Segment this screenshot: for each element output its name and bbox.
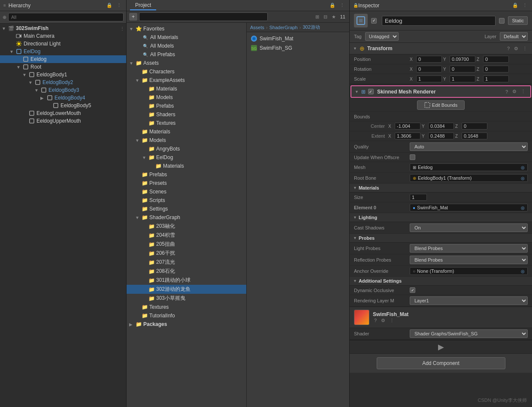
hierarchy-item-dir-light[interactable]: Directional Light	[0, 40, 126, 48]
size-input[interactable]	[410, 194, 427, 201]
reflection-probes-dropdown[interactable]: Blend Probes	[410, 256, 528, 264]
hierarchy-item-body2[interactable]: ▼ EeldogBody2	[0, 78, 126, 86]
hierarchy-item-main-camera[interactable]: Main Camera	[0, 32, 126, 40]
sg-302-folder[interactable]: 📁 302游动的龙鱼	[127, 285, 246, 294]
hierarchy-item-upper-mouth[interactable]: EeldogUpperMouth	[0, 117, 126, 125]
settings-folder[interactable]: 📁 Settings	[127, 205, 246, 213]
edit-bounds-btn[interactable]: Edit Bounds	[417, 100, 465, 110]
assets-folder[interactable]: ▼ 📁 Assets	[127, 59, 246, 67]
rotation-x-input[interactable]	[416, 66, 442, 72]
hierarchy-item-root[interactable]: ▼ Root	[0, 63, 126, 71]
textures-ea-folder[interactable]: 📁 Textures	[127, 119, 246, 127]
anchor-select-icon[interactable]: ◎	[521, 269, 525, 274]
project-add-btn[interactable]: +	[129, 13, 137, 21]
shadergraph-folder[interactable]: ▼ 📁 ShaderGraph	[127, 213, 246, 222]
object-active-checkbox[interactable]	[371, 18, 377, 24]
scenes-folder[interactable]: 📁 Scenes	[127, 187, 246, 196]
smr-help-btn[interactable]: ?	[504, 88, 509, 95]
packages-folder[interactable]: ▶ 📁 Packages	[127, 320, 246, 329]
rendering-layer-dropdown[interactable]: Layer1	[410, 296, 528, 305]
materials-section-header[interactable]: ▼ Materials	[350, 184, 532, 193]
materials-folder[interactable]: 📁 Materials	[127, 84, 246, 93]
all-materials-item[interactable]: 🔍 All Materials	[127, 33, 246, 42]
hierarchy-item-eeldog-root[interactable]: ▼ EelDog	[0, 48, 126, 55]
center-y-input[interactable]	[428, 123, 454, 130]
hierarchy-search[interactable]	[8, 13, 124, 21]
presets-folder[interactable]: 📁 Presets	[127, 179, 246, 187]
transform-settings-btn[interactable]: ⚙	[513, 45, 520, 52]
quality-dropdown[interactable]: Auto	[410, 142, 528, 151]
hierarchy-overflow-btn[interactable]: ⋮	[115, 2, 123, 9]
example-assets-folder[interactable]: ▼ 📁 ExampleAssets	[127, 76, 246, 84]
tutorial-info-folder[interactable]: 📁 TutorialInfo	[127, 311, 246, 320]
scale-z-input[interactable]	[483, 75, 509, 82]
extent-y-input[interactable]	[428, 133, 454, 139]
mat-help-btn[interactable]: ?	[373, 317, 378, 324]
textures2-folder[interactable]: 📁 Textures	[127, 303, 246, 311]
static-checkbox[interactable]	[499, 18, 505, 24]
tag-dropdown[interactable]: Untagged	[365, 32, 399, 41]
center-z-input[interactable]	[462, 123, 487, 130]
material-expand-btn[interactable]: ▶	[438, 342, 444, 352]
project-filter-btn[interactable]: ⊟	[322, 14, 329, 20]
project-view-btn[interactable]: ⊞	[314, 14, 320, 20]
asset-item-swimfish-mat[interactable]: SwimFish_Mat	[248, 34, 348, 43]
sg-301-folder[interactable]: 📁 301跳动的小球	[127, 276, 246, 285]
project-star-btn[interactable]: ★	[330, 14, 337, 20]
transform-overflow-btn[interactable]: ⋮	[521, 45, 529, 52]
all-models-item[interactable]: 🔍 All Models	[127, 42, 246, 50]
element0-field[interactable]: ● SwimFish_Mat ◎	[410, 204, 528, 211]
extent-x-input[interactable]	[395, 133, 420, 139]
breadcrumb-assets[interactable]: Assets	[250, 25, 264, 30]
cast-shadows-dropdown[interactable]: On	[410, 223, 528, 232]
update-offscreen-checkbox[interactable]	[410, 154, 415, 160]
root-bone-field[interactable]: ⊕ EeldogBody1 (Transform) ◎	[410, 174, 528, 182]
additional-settings-header[interactable]: ▼ Additional Settings	[350, 277, 532, 286]
hierarchy-item-body4[interactable]: ▶ EeldogBody4	[0, 94, 126, 102]
mesh-select-icon[interactable]: ◎	[521, 165, 525, 170]
shaders-folder[interactable]: 📁 Shaders	[127, 110, 246, 119]
root-bone-select-icon[interactable]: ◎	[521, 176, 525, 181]
project-search[interactable]	[139, 12, 268, 21]
static-button[interactable]: Static	[508, 16, 528, 25]
sg-205-folder[interactable]: 📁 205扭曲	[127, 240, 246, 249]
project-tab[interactable]: Project	[130, 1, 156, 10]
sg-303-folder[interactable]: 📁 303小草摇曳	[127, 294, 246, 303]
position-z-input[interactable]	[483, 56, 509, 63]
skinned-mesh-header[interactable]: ▼ ⊞ Skinned Mesh Renderer ? ⚙ ⋮	[351, 85, 531, 98]
all-prefabs-item[interactable]: 🔍 All Prefabs	[127, 50, 246, 59]
mat-settings-btn[interactable]: ⚙	[380, 317, 387, 324]
transform-component-header[interactable]: ▼ ⊕ Transform ? ⚙ ⋮	[350, 43, 532, 54]
transform-help-btn[interactable]: ?	[506, 45, 511, 52]
sg-206-folder[interactable]: 📁 206干扰	[127, 249, 246, 258]
smr-active-checkbox[interactable]	[368, 89, 374, 94]
project-lock-btn[interactable]: 🔒	[328, 2, 337, 9]
shader-dropdown[interactable]: Shader Graphs/SwimFish_SG	[410, 329, 528, 338]
rotation-z-input[interactable]	[483, 66, 509, 72]
hierarchy-item-body1[interactable]: ▼ EeldogBody1	[0, 71, 126, 78]
project-overflow-btn[interactable]: ⋮	[339, 2, 346, 9]
scale-y-input[interactable]	[450, 75, 475, 82]
hierarchy-scene-root[interactable]: ▼ 🎬 302SwimFish ⋮	[0, 24, 126, 32]
smr-overflow-btn[interactable]: ⋮	[520, 88, 527, 95]
hierarchy-item-lower-mouth[interactable]: EeldogLowerMouth	[0, 109, 126, 117]
lighting-section-header[interactable]: ▼ Lighting	[350, 213, 532, 222]
asset-item-swimfish-sg[interactable]: SG SwimFish_SG	[248, 43, 348, 53]
hierarchy-lock-btn[interactable]: 🔒	[105, 2, 114, 9]
dynamic-occlusion-checkbox[interactable]	[410, 287, 415, 293]
element0-select-icon[interactable]: ◎	[521, 205, 525, 210]
position-x-input[interactable]	[416, 56, 442, 63]
extent-z-input[interactable]	[462, 133, 487, 139]
scale-x-input[interactable]	[416, 75, 442, 82]
scripts-folder[interactable]: 📁 Scripts	[127, 196, 246, 205]
hierarchy-item-body3[interactable]: ▼ EeldogBody3	[0, 86, 126, 94]
sg-203-folder[interactable]: 📁 203融化	[127, 222, 246, 231]
hierarchy-item-body5[interactable]: EeldogBody5	[0, 102, 126, 109]
inspector-overflow-btn[interactable]: ⋮	[521, 2, 529, 9]
smr-settings-btn[interactable]: ⚙	[511, 88, 518, 95]
materials3-folder[interactable]: 📁 Materials	[127, 162, 246, 170]
angry-bots-folder[interactable]: 📁 AngryBots	[127, 145, 246, 153]
characters-folder[interactable]: 📁 Characters	[127, 67, 246, 76]
rotation-y-input[interactable]	[450, 66, 475, 72]
object-name-input[interactable]	[382, 16, 496, 26]
